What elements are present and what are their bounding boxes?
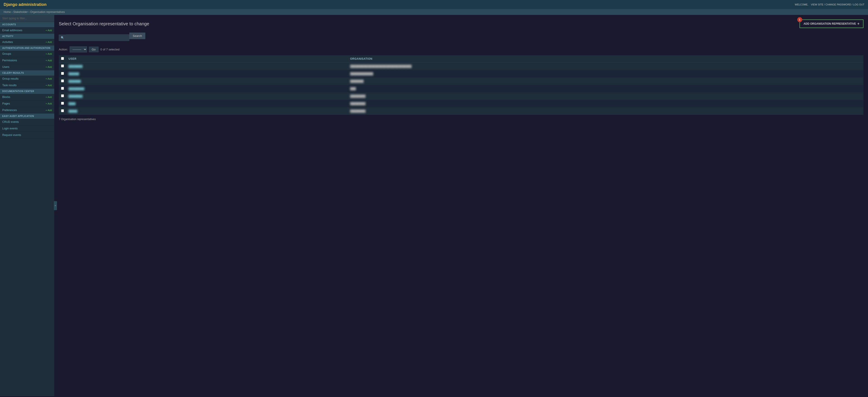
page-title: Select Organisation representative to ch… [59,21,149,26]
org-value: ███ [350,87,356,90]
action-bar: Action: --------- Go 0 of 7 selected [59,46,864,53]
section-accounts: ACCOUNTS [0,22,54,27]
search-input[interactable] [66,34,129,41]
section-docs: DOCUMENTATION CENTER [0,89,54,94]
site-title[interactable]: Django administration [4,2,46,7]
sidebar-item-email-addresses[interactable]: Email addresses + Add [0,27,54,34]
sidebar-item-groups[interactable]: Groups + Add [0,51,54,57]
user-link[interactable]: ██████ [68,73,79,75]
add-icon: + [857,22,860,26]
sidebar-item-crud-events[interactable]: CRUD events [0,119,54,125]
change-password-link[interactable]: CHANGE PASSWORD [826,3,851,6]
section-celery: CELERY RESULTS [0,70,54,76]
breadcrumb: Home › Stakeholder › Organisation repres… [0,9,868,15]
user-link[interactable]: ███████ [68,80,81,83]
sidebar-item-activities[interactable]: Activities + Add [0,39,54,46]
org-value: ████████ [350,94,366,98]
sidebar-item-task-results[interactable]: Task results + Add [0,82,54,89]
sidebar-item-blocks[interactable]: Blocks + Add [0,94,54,101]
col-header-user: USER [66,55,348,63]
results-table: USER ORGANISATION ██████████████████████… [59,55,864,115]
select-all-checkbox[interactable] [61,57,64,60]
table-body: ████████████████████████████████████████… [59,63,864,115]
row-checkbox[interactable] [61,94,64,97]
col-header-checkbox [59,55,66,63]
layout: ACCOUNTS Email addresses + Add ACTIVITY … [0,15,868,396]
welcome-text: WELCOME, [795,3,808,6]
add-button-badge: 1 [797,17,802,22]
add-button-label: ADD ORGANISATION REPRESENTATIVE [804,22,856,25]
row-checkbox[interactable] [61,79,64,82]
search-bar: 🔍 Search [59,33,864,43]
row-checkbox[interactable] [61,64,64,67]
col-header-organisation: ORGANISATION [348,55,864,63]
section-activity: ACTIVITY [0,34,54,39]
sidebar-filter-input[interactable] [0,15,54,22]
main-content: Select Organisation representative to ch… [54,15,868,396]
row-checkbox[interactable] [61,109,64,112]
action-label: Action: [59,48,68,51]
user-link[interactable]: ████████ [68,95,83,97]
content-header: Select Organisation representative to ch… [59,20,864,28]
breadcrumb-stakeholder[interactable]: Stakeholder [13,10,28,13]
go-button[interactable]: Go [89,47,98,52]
org-value: ████████ [350,110,366,113]
org-value: ███████ [350,80,364,83]
user-link[interactable]: █████████ [68,87,84,90]
table-row: ██████████████████ [59,70,864,78]
section-auth: AUTHENTICATION AND AUTHORIZATION [0,46,54,51]
record-count: 7 Organisation representatives [59,118,864,121]
table-row: ████████████████ [59,92,864,100]
add-org-rep-button[interactable]: 1 ADD ORGANISATION REPRESENTATIVE + [800,20,864,28]
table-row: ████████████████████████████████████████ [59,63,864,70]
sidebar-item-group-results[interactable]: Group results + Add [0,76,54,82]
breadcrumb-current: Organisation representatives [30,10,65,13]
table-row: █████████████ [59,108,864,115]
search-icon: 🔍 [59,35,66,41]
view-site-link[interactable]: VIEW SITE [811,3,824,6]
sidebar: ACCOUNTS Email addresses + Add ACTIVITY … [0,15,54,396]
user-link[interactable]: █████ [68,110,77,112]
sidebar-item-permissions[interactable]: Permissions + Add [0,57,54,64]
sidebar-item-users[interactable]: Users + Add [0,64,54,70]
table-row: ██████████████ [59,78,864,85]
sidebar-item-pages[interactable]: Pages + Add [0,101,54,107]
sidebar-item-request-events[interactable]: Request events [0,132,54,138]
sidebar-item-preferences[interactable]: Preferences + Add [0,107,54,114]
log-out-link[interactable]: LOG OUT [853,3,864,6]
user-link[interactable]: ████████ [68,65,83,68]
org-value: ████████████ [350,72,373,75]
row-checkbox[interactable] [61,87,64,90]
org-value: ████████████████████████████████ [350,65,412,68]
row-checkbox[interactable] [61,102,64,105]
user-link[interactable]: ████ [68,102,75,105]
org-value: ████████ [350,102,366,105]
sidebar-collapse-button[interactable]: « [54,201,57,210]
selection-count: 0 of 7 selected [100,48,120,51]
user-tools: WELCOME, VIEW SITE / CHANGE PASSWORD / L… [795,3,864,6]
breadcrumb-home[interactable]: Home [4,10,11,13]
action-select[interactable]: --------- [70,46,87,53]
search-button[interactable]: Search [129,33,145,39]
header: Django administration WELCOME, VIEW SITE… [0,0,868,9]
section-audit: EASY AUDIT APPLICATION [0,114,54,119]
sidebar-item-login-events[interactable]: Login events [0,125,54,132]
table-row: ████████████ [59,100,864,108]
table-row: ████████████ [59,85,864,92]
row-checkbox[interactable] [61,72,64,75]
